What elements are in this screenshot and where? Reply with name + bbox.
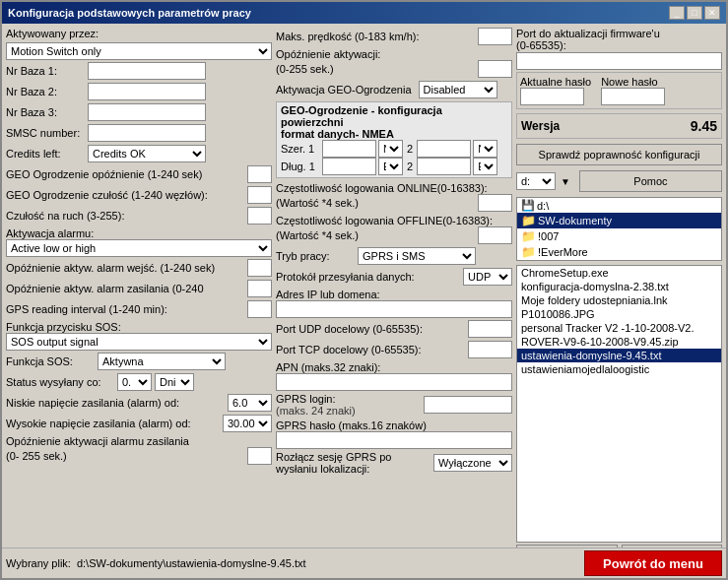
log-item-ustawieniamojelogo[interactable]: ustawieniamojedlaloogistic bbox=[517, 362, 721, 376]
dlug1-dir1-select[interactable]: E bbox=[378, 158, 403, 175]
log-item-p1010086[interactable]: P1010086.JPG bbox=[517, 307, 721, 321]
nowe-haslo-col: Nowe hasło bbox=[601, 76, 665, 105]
dlug1-row: Dług. 1 0.0000 E 2 0.0000 E bbox=[281, 158, 507, 175]
geo-ogrodzenie-opoznienie-input[interactable]: 15 bbox=[247, 165, 272, 183]
sprawdz-button[interactable]: Sprawdź poprawność konfiguracji bbox=[516, 144, 722, 165]
wysokie-napiecie-select[interactable]: 30.00 bbox=[223, 415, 272, 432]
nowe-haslo-input[interactable] bbox=[601, 88, 665, 105]
opoznienie-aktywacji-alarmu-label: Opóźnienie aktywacji alarmu zasilania bbox=[6, 435, 272, 447]
opoznienie-aktywacji-alarmu-section: Opóźnienie aktywacji alarmu zasilania (0… bbox=[6, 435, 272, 466]
powrot-button[interactable]: Powrót do menu bbox=[584, 550, 722, 576]
file-item-sw-dokumenty[interactable]: 📁 SW-dokumenty bbox=[517, 213, 721, 228]
opoznienie-aktywacji-alarmu-input[interactable]: 5 bbox=[247, 447, 272, 465]
folder-icon: 📁 bbox=[521, 214, 536, 227]
aktywacja-alarmu-select[interactable]: Active low or high bbox=[6, 239, 272, 257]
nr-baza2-input[interactable]: +1234 bbox=[88, 83, 206, 100]
wybrany-plik-value: d:\SW-dokumenty\ustawienia-domyslne-9.45… bbox=[77, 557, 584, 569]
close-button[interactable]: ✕ bbox=[704, 6, 720, 20]
credits-select[interactable]: Credits OK bbox=[88, 145, 206, 162]
aktualne-haslo-label: Aktualne hasło bbox=[520, 76, 591, 88]
nr-baza1-input[interactable]: +48782555945 bbox=[88, 62, 206, 80]
czulosc-row: Czułość na ruch (3-255): 10 bbox=[6, 207, 272, 225]
rozlacz-select[interactable]: Wyłączone bbox=[433, 454, 512, 472]
port-firmware-input[interactable]: 6090 bbox=[516, 52, 722, 70]
szer1-dir1-select[interactable]: N bbox=[378, 140, 403, 158]
funkcja-sos-select[interactable]: Aktywna bbox=[98, 353, 226, 370]
apn-input[interactable]: internet bbox=[276, 373, 512, 391]
opoznienie-alarm-wejsc-label: Opóźnienie aktyw. alarm wejść. (1-240 se… bbox=[6, 262, 244, 274]
funkcja-przycisku-select[interactable]: SOS output signal bbox=[6, 333, 272, 351]
drive-select[interactable]: d: bbox=[516, 172, 556, 190]
protokol-select[interactable]: UDP bbox=[463, 268, 512, 286]
aktualne-haslo-input[interactable]: 1234 bbox=[520, 88, 584, 105]
geo-config-subtitle: format danych- NMEA bbox=[281, 128, 507, 140]
nr-baza3-input[interactable] bbox=[88, 103, 206, 121]
smsc-label: SMSC number: bbox=[6, 127, 85, 139]
pomoc-button[interactable]: Pomoc bbox=[579, 170, 722, 192]
port-udp-input[interactable]: 6080 bbox=[468, 320, 512, 338]
haslo-row: Aktualne hasło 1234 Nowe hasło bbox=[520, 76, 718, 105]
log-item-ustawienia[interactable]: ustawienia-domyslne-9.45.txt bbox=[517, 349, 721, 362]
smsc-input[interactable] bbox=[88, 124, 206, 142]
aktywacja-geo-row: Aktywacja GEO-Ogrodzenia Disabled bbox=[276, 81, 512, 98]
aktywacja-geo-select[interactable]: Disabled bbox=[419, 81, 497, 98]
port-udp-row: Port UDP docelowy (0-65535): 6080 bbox=[276, 320, 512, 338]
niskie-napiecie-row: Niskie napięcie zasilania (alarm) od: 6.… bbox=[6, 394, 272, 412]
gps-reading-label: GPS reading interval (1-240 min): bbox=[6, 303, 244, 315]
szer1-input1[interactable]: 0.0000 bbox=[322, 140, 376, 158]
szer1-label: Szer. 1 bbox=[281, 143, 320, 155]
aktywacja-alarmu-section: Aktywacja alarmu: Active low or high bbox=[6, 227, 272, 257]
maximize-button[interactable]: □ bbox=[687, 6, 702, 20]
window-title: Konfiguracja podstawowych parametrów pra… bbox=[8, 7, 251, 19]
rozlacz-row: Rozłącz sesję GPRS po wysłaniu lokalizac… bbox=[276, 451, 512, 475]
log-list[interactable]: ChromeSetup.exe konfiguracja-domyslna-2.… bbox=[516, 265, 722, 543]
file-item-gps-guardian[interactable]: 📁 !GPS GUARDIAN bbox=[517, 260, 721, 261]
opoznienie-alarm-zasilania-input[interactable]: 5 bbox=[247, 280, 272, 297]
log-item-rover[interactable]: ROVER-V9-6-10-2008-V9.45.zip bbox=[517, 335, 721, 349]
szer1-dir2-select[interactable]: N bbox=[473, 140, 497, 158]
niskie-napiecie-select[interactable]: 6.0 bbox=[228, 394, 272, 412]
rozlacz-label: Rozłącz sesję GPRS po bbox=[276, 451, 430, 463]
gprs-haslo-section: GPRS hasło (maks.16 znaków) bbox=[276, 419, 512, 449]
dlug1-dir2-select[interactable]: E bbox=[473, 158, 497, 175]
opoznienie-alarm-wejsc-input[interactable]: 5 bbox=[247, 259, 272, 277]
gprs-haslo-label: GPRS hasło (maks.16 znaków) bbox=[276, 419, 427, 431]
gps-reading-input[interactable]: 5 bbox=[247, 300, 272, 318]
geo-ogrodzenie-czulosc-input[interactable]: 5 bbox=[247, 186, 272, 204]
opoznienie-aktywacji-row: Opóźnienie aktywacji: (0-255 sek.) 5 bbox=[276, 48, 512, 79]
funkcja-sos-section: Funkcja SOS: Aktywna bbox=[6, 353, 272, 371]
log-item-chrome[interactable]: ChromeSetup.exe bbox=[517, 266, 721, 280]
port-tcp-input[interactable]: 6082 bbox=[468, 341, 512, 358]
status-wysylany-select[interactable]: 0. bbox=[117, 373, 152, 391]
czest-offline-input[interactable]: 900 bbox=[478, 226, 512, 244]
file-item-evermore[interactable]: 📁 !EverMore bbox=[517, 244, 721, 260]
file-item-007[interactable]: 📁 !007 bbox=[517, 228, 721, 244]
geo-config-section: GEO-Ogrodzenie - konfiguracja powierzchn… bbox=[276, 101, 512, 178]
log-item-moje[interactable]: Moje foldery udostepniania.lnk bbox=[517, 293, 721, 307]
tryb-pracy-select[interactable]: GPRS i SMS bbox=[358, 247, 476, 265]
aktywowany-select[interactable]: Motion Switch only bbox=[6, 42, 272, 60]
log-item-personal[interactable]: personal Tracker V2 -1-10-2008-V2. bbox=[517, 321, 721, 335]
dlug1-input2[interactable]: 0.0000 bbox=[417, 158, 471, 175]
status-wysylany-unit-select[interactable]: Dni bbox=[155, 373, 194, 391]
gprs-login-input[interactable]: internet bbox=[424, 396, 512, 414]
szer1-input2[interactable]: 0.0000 bbox=[417, 140, 471, 158]
adres-input[interactable]: gpsguardian.pl bbox=[276, 300, 512, 318]
czulosc-input[interactable]: 10 bbox=[247, 207, 272, 225]
funkcja-przycisku-section: Funkcja przycisku SOS: SOS output signal bbox=[6, 321, 272, 351]
right-panel: Port do aktualizacji firmware'u (0-65535… bbox=[516, 28, 722, 574]
minimize-button[interactable]: _ bbox=[669, 6, 685, 20]
gprs-login-sublabel: (maks. 24 znaki) bbox=[276, 405, 421, 417]
apn-section: APN (maks.32 znaki): internet bbox=[276, 361, 512, 391]
dlug1-input1[interactable]: 0.0000 bbox=[322, 158, 376, 175]
gprs-haslo-input[interactable] bbox=[276, 431, 512, 449]
czest-online-input[interactable]: 4 bbox=[478, 194, 512, 212]
file-item-drive[interactable]: 💾 d:\ bbox=[517, 198, 721, 213]
log-item-konfig[interactable]: konfiguracja-domyslna-2.38.txt bbox=[517, 280, 721, 293]
nr-baza1-row: Nr Baza 1: +48782555945 bbox=[6, 62, 272, 80]
file-list[interactable]: 💾 d:\ 📁 SW-dokumenty 📁 !007 📁 !EverMore … bbox=[516, 197, 722, 261]
tryb-pracy-row: Tryb pracy: GPRS i SMS bbox=[276, 247, 512, 265]
maks-predkosc-input[interactable]: 183 bbox=[478, 28, 512, 45]
opoznienie-aktywacji-input[interactable]: 5 bbox=[478, 60, 512, 78]
window-controls: _ □ ✕ bbox=[669, 6, 720, 20]
